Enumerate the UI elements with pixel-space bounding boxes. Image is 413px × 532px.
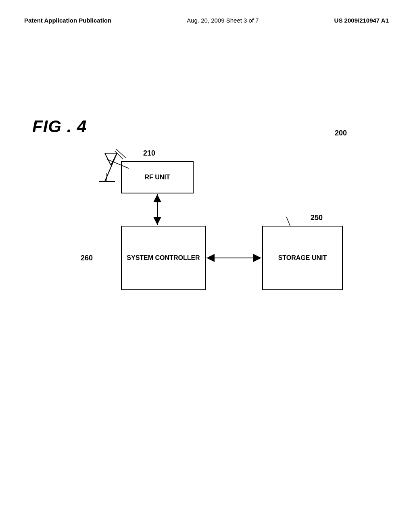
svg-line-2 <box>105 153 111 165</box>
header-publication-label: Patent Application Publication <box>24 16 111 25</box>
svg-line-3 <box>111 153 117 165</box>
diagram-area: 200 210 RF UNIT <box>73 125 355 399</box>
rf-unit-label: RF UNIT <box>144 174 170 181</box>
ref-260: 260 <box>81 254 93 262</box>
rf-unit-box: RF UNIT <box>121 161 194 193</box>
system-controller-box: SYSTEM CONTROLLER <box>121 226 206 290</box>
page: Patent Application Publication Aug. 20, … <box>0 0 413 532</box>
ref-210: 210 <box>143 149 155 158</box>
system-controller-label: SYSTEM CONTROLLER <box>127 254 200 262</box>
header-date-sheet: Aug. 20, 2009 Sheet 3 of 7 <box>187 16 259 25</box>
storage-unit-box: STORAGE UNIT <box>262 226 343 290</box>
page-header: Patent Application Publication Aug. 20, … <box>24 16 389 25</box>
ref-200: 200 <box>335 129 347 137</box>
ref-250: 250 <box>311 214 323 222</box>
storage-unit-label: STORAGE UNIT <box>278 254 327 262</box>
svg-line-17 <box>286 217 290 227</box>
header-patent-number: US 2009/210947 A1 <box>334 16 389 25</box>
